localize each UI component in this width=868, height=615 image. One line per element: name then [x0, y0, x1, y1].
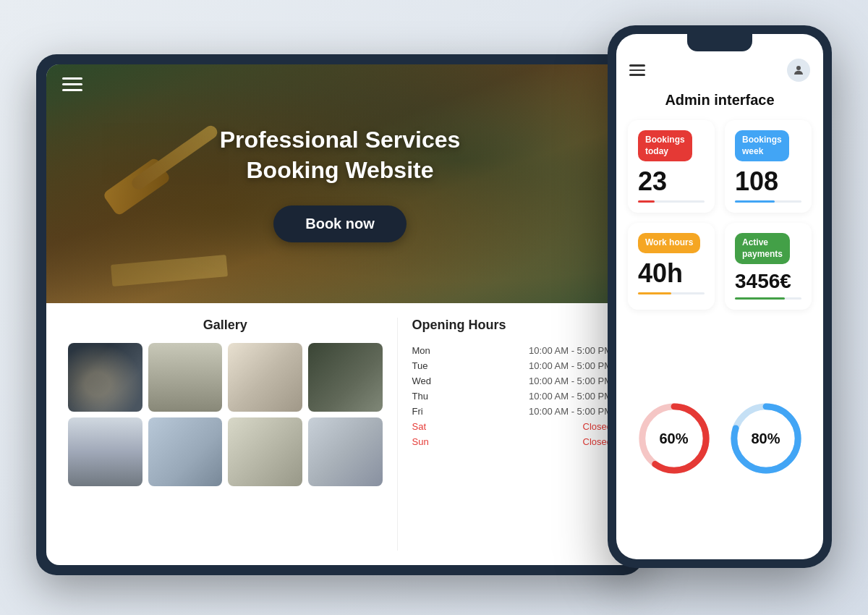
bookings-week-bar: [735, 200, 801, 203]
menu-line-3: [629, 74, 645, 76]
hours-row-fri: Fri 10:00 AM - 5:00 PM: [412, 404, 613, 419]
gallery-item[interactable]: [68, 417, 142, 486]
bookings-week-badge: Bookingsweek: [735, 130, 789, 161]
active-payments-bar: [735, 297, 801, 300]
donut-80: 80%: [730, 402, 802, 475]
book-decoration: [111, 255, 228, 287]
donut-chart-60: 60%: [638, 402, 710, 475]
book-now-button[interactable]: Book now: [273, 205, 407, 242]
hero-title: Professional Services Booking Website: [220, 125, 461, 185]
gallery-grid: [68, 343, 383, 486]
gallery-item[interactable]: [228, 417, 302, 486]
active-payments-value: 3456€: [735, 271, 801, 292]
gallery-item[interactable]: [68, 343, 142, 412]
day-label: Fri: [412, 406, 438, 417]
phone-screen: Admin interface Bookingstoday 23 Booking…: [616, 34, 823, 559]
gallery-item[interactable]: [308, 417, 383, 486]
phone-hamburger-menu[interactable]: [629, 64, 645, 76]
menu-line-1: [629, 64, 645, 67]
hours-row-sun: Sun Closed: [412, 434, 613, 449]
hours-row-sat: Sat Closed: [412, 419, 613, 434]
gallery-item[interactable]: [228, 343, 302, 412]
gallery-item[interactable]: [308, 343, 383, 412]
stats-grid: Bookingstoday 23 Bookingsweek 108 Work h…: [616, 120, 823, 321]
work-hours-bar: [638, 292, 705, 294]
donut-60: 60%: [638, 402, 710, 475]
hours-row-wed: Wed 10:00 AM - 5:00 PM: [412, 373, 613, 389]
hamburger-menu[interactable]: [62, 77, 82, 91]
gallery-title: Gallery: [68, 318, 383, 333]
tablet-screen: Professional Services Booking Website Bo…: [46, 64, 634, 565]
menu-line-3: [62, 89, 82, 91]
gallery-section: Gallery: [68, 318, 383, 551]
phone-header: [616, 51, 823, 86]
admin-interface-title: Admin interface: [616, 86, 823, 120]
hours-row-thu: Thu 10:00 AM - 5:00 PM: [412, 389, 613, 404]
day-label: Wed: [412, 376, 438, 386]
day-label: Sun: [412, 436, 438, 447]
active-payments-badge: Activepayments: [735, 233, 790, 264]
hours-table: Mon 10:00 AM - 5:00 PM Tue 10:00 AM - 5:…: [412, 343, 613, 449]
gallery-item[interactable]: [148, 343, 223, 412]
donut-80-label: 80%: [751, 430, 780, 446]
work-hours-badge: Work hours: [638, 233, 700, 253]
scene: Professional Services Booking Website Bo…: [36, 25, 832, 590]
menu-line-2: [629, 69, 645, 72]
day-label: Sat: [412, 421, 438, 432]
hours-time: 10:00 AM - 5:00 PM: [529, 360, 612, 371]
menu-line-1: [62, 77, 82, 80]
svg-point-0: [796, 66, 801, 70]
bookings-today-bar: [638, 200, 705, 203]
bookings-week-value: 108: [735, 169, 801, 195]
stat-card-bookings-week: Bookingsweek 108: [725, 120, 812, 213]
charts-row: 60% 80%: [616, 321, 823, 559]
phone-notch: [687, 34, 752, 51]
menu-line-2: [62, 83, 82, 85]
bookings-today-badge: Bookingstoday: [638, 130, 692, 161]
stat-card-bookings-today: Bookingstoday 23: [628, 120, 715, 213]
hours-row-mon: Mon 10:00 AM - 5:00 PM: [412, 343, 613, 358]
gallery-item[interactable]: [148, 417, 223, 486]
hours-time: 10:00 AM - 5:00 PM: [529, 391, 612, 402]
opening-hours-title: Opening Hours: [412, 318, 613, 333]
content-section: Gallery Opening Hours: [46, 303, 634, 565]
donut-60-label: 60%: [659, 430, 688, 446]
hours-time: 10:00 AM - 5:00 PM: [529, 406, 612, 417]
stat-card-active-payments: Activepayments 3456€: [725, 223, 812, 310]
donut-chart-80: 80%: [730, 402, 802, 475]
bookings-today-value: 23: [638, 169, 705, 195]
tablet: Professional Services Booking Website Bo…: [36, 54, 644, 575]
hero-section: Professional Services Booking Website Bo…: [46, 64, 634, 303]
user-icon: [792, 64, 805, 77]
hours-time: 10:00 AM - 5:00 PM: [529, 345, 612, 356]
phone: Admin interface Bookingstoday 23 Booking…: [608, 25, 832, 568]
opening-hours-section: Opening Hours Mon 10:00 AM - 5:00 PM Tue…: [397, 318, 613, 551]
day-label: Mon: [412, 345, 438, 356]
user-avatar-button[interactable]: [787, 59, 810, 82]
day-label: Tue: [412, 360, 438, 371]
hours-time: 10:00 AM - 5:00 PM: [529, 376, 612, 386]
day-label: Thu: [412, 391, 438, 402]
stat-card-work-hours: Work hours 40h: [628, 223, 715, 310]
hours-row-tue: Tue 10:00 AM - 5:00 PM: [412, 358, 613, 373]
work-hours-value: 40h: [638, 260, 705, 287]
